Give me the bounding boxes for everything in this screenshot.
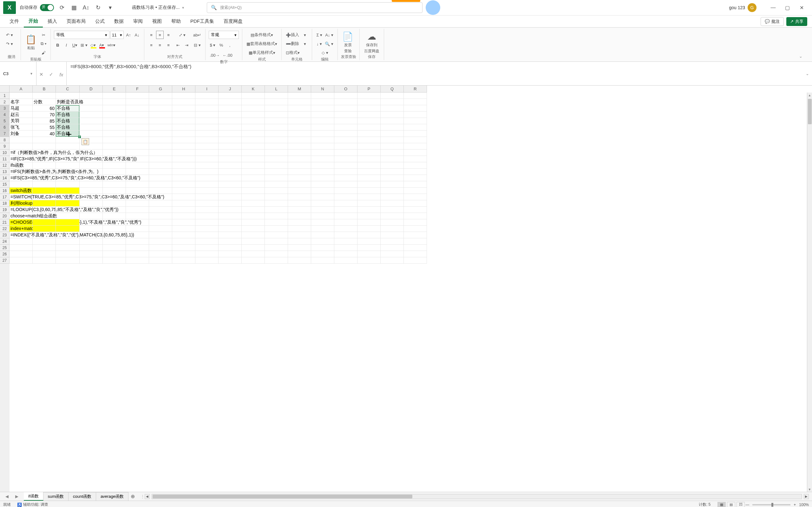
cell-G9[interactable] — [149, 143, 172, 150]
cell-G18[interactable] — [149, 200, 172, 207]
cell-H11[interactable] — [172, 156, 195, 162]
cell-I10[interactable] — [195, 150, 218, 156]
cell-J7[interactable] — [218, 130, 242, 137]
cell-E13[interactable] — [103, 169, 126, 175]
border-button[interactable]: ⊞ ▾ — [80, 41, 89, 49]
cell-H19[interactable] — [172, 207, 195, 213]
cell-F23[interactable] — [126, 232, 149, 238]
cell-I6[interactable] — [195, 124, 218, 130]
cell-L9[interactable] — [265, 143, 288, 150]
cell-F13[interactable] — [126, 169, 149, 175]
cell-A12[interactable]: ifs函数 — [9, 162, 33, 169]
cell-E20[interactable] — [103, 213, 126, 219]
cell-O12[interactable] — [334, 162, 357, 169]
cell-I8[interactable] — [195, 137, 218, 143]
row-header-14[interactable]: 14 — [0, 175, 9, 181]
cell-H13[interactable] — [172, 169, 195, 175]
row-header-25[interactable]: 25 — [0, 245, 9, 251]
cell-M15[interactable] — [288, 181, 311, 187]
orientation-button[interactable]: ⤢ ▾ — [174, 31, 190, 39]
column-headers[interactable]: ABCDEFGHIJKLMNOPQR — [9, 86, 427, 93]
cell-B23[interactable] — [33, 232, 56, 238]
cell-C24[interactable] — [56, 238, 80, 245]
cell-A25[interactable] — [9, 245, 33, 251]
cell-G6[interactable] — [149, 124, 172, 130]
row-header-5[interactable]: 5 — [0, 118, 9, 124]
cell-N25[interactable] — [311, 245, 334, 251]
cell-E12[interactable] — [103, 162, 126, 169]
fill-color-button[interactable]: ◇ ▾ — [90, 41, 97, 49]
cell-J11[interactable] — [218, 156, 242, 162]
table-icon[interactable]: ▦ — [69, 3, 79, 12]
cell-B25[interactable] — [33, 245, 56, 251]
cell-K13[interactable] — [242, 169, 265, 175]
cell-Q5[interactable] — [380, 118, 404, 124]
tab-formulas[interactable]: 公式 — [90, 16, 109, 27]
cell-R9[interactable] — [404, 143, 427, 150]
cell-O13[interactable] — [334, 169, 357, 175]
font-size-icon[interactable]: A↕ — [81, 3, 91, 12]
cell-E7[interactable] — [103, 130, 126, 137]
cell-K19[interactable] — [242, 207, 265, 213]
cell-C11[interactable] — [56, 156, 80, 162]
cell-R21[interactable] — [404, 219, 427, 226]
cell-L11[interactable] — [265, 156, 288, 162]
cell-Q20[interactable] — [380, 213, 404, 219]
cell-B15[interactable] — [33, 181, 56, 187]
insert-more[interactable]: ▾ — [301, 31, 309, 39]
cell-M9[interactable] — [288, 143, 311, 150]
cell-C7[interactable]: 不合格 — [56, 130, 80, 137]
cell-L25[interactable] — [265, 245, 288, 251]
cell-P26[interactable] — [357, 251, 380, 257]
row-header-21[interactable]: 21 — [0, 219, 9, 226]
cell-O14[interactable] — [334, 175, 357, 181]
comma-button[interactable]: , — [226, 41, 234, 49]
cell-A6[interactable]: 张飞 — [9, 124, 33, 130]
cell-R25[interactable] — [404, 245, 427, 251]
cell-Q22[interactable] — [380, 226, 404, 232]
cell-G23[interactable] — [149, 232, 172, 238]
cell-M16[interactable] — [288, 187, 311, 194]
cell-O22[interactable] — [334, 226, 357, 232]
cell-A15[interactable] — [9, 181, 33, 187]
cell-E3[interactable] — [103, 105, 126, 112]
cell-G2[interactable] — [149, 99, 172, 105]
cell-R17[interactable] — [404, 194, 427, 200]
cell-L2[interactable] — [265, 99, 288, 105]
tab-pdf[interactable]: PDF工具集 — [186, 16, 219, 27]
col-header-J[interactable]: J — [218, 86, 242, 93]
cell-J9[interactable] — [218, 143, 242, 150]
cell-B22[interactable] — [33, 226, 56, 232]
cell-M25[interactable] — [288, 245, 311, 251]
cell-B7[interactable]: 40 — [33, 130, 56, 137]
cell-A8[interactable] — [9, 137, 33, 143]
cell-J18[interactable] — [218, 200, 242, 207]
percent-button[interactable]: % — [217, 41, 225, 49]
cell-F11[interactable] — [126, 156, 149, 162]
tab-home[interactable]: 开始 — [24, 15, 43, 27]
cell-G24[interactable] — [149, 238, 172, 245]
cell-I1[interactable] — [195, 93, 218, 99]
col-header-Q[interactable]: Q — [380, 86, 404, 93]
cell-R4[interactable] — [404, 112, 427, 118]
cell-H1[interactable] — [172, 93, 195, 99]
increase-indent-button[interactable]: ⇥ — [183, 41, 190, 49]
cell-A10[interactable]: =if（判断数值>条件，真为什么，假为什么） — [9, 150, 33, 156]
close-button[interactable]: ✕ — [795, 3, 809, 12]
cell-P6[interactable] — [357, 124, 380, 130]
sheet-tab-3[interactable]: count函数 — [68, 492, 96, 501]
cell-Q13[interactable] — [380, 169, 404, 175]
cell-L6[interactable] — [265, 124, 288, 130]
cell-J3[interactable] — [218, 105, 242, 112]
cell-Q21[interactable] — [380, 219, 404, 226]
cell-Q26[interactable] — [380, 251, 404, 257]
cell-N11[interactable] — [311, 156, 334, 162]
user-avatar[interactable]: G — [748, 3, 757, 12]
cell-D7[interactable] — [80, 130, 103, 137]
row-header-11[interactable]: 11 — [0, 156, 9, 162]
cell-J25[interactable] — [218, 245, 242, 251]
cell-G10[interactable] — [149, 150, 172, 156]
wrap-text-button[interactable]: ab↵ — [192, 31, 202, 39]
cell-F1[interactable] — [126, 93, 149, 99]
cell-P21[interactable] — [357, 219, 380, 226]
